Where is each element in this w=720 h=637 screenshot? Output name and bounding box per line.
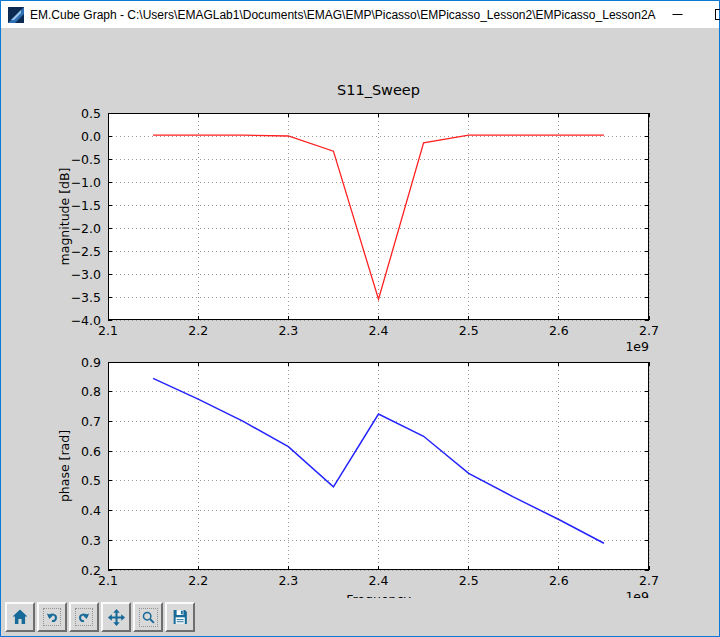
maximize-icon [715,9,720,20]
window-controls [656,1,720,28]
svg-text:2.5: 2.5 [459,573,479,588]
figure-canvas: 2.12.22.32.42.52.62.70.50.0−0.5−1.0−1.5−… [1,28,719,598]
svg-text:−1.0: −1.0 [71,175,101,190]
svg-text:2.1: 2.1 [98,323,118,338]
svg-text:2.4: 2.4 [369,573,389,588]
maximize-button[interactable] [699,1,720,28]
svg-text:0.7: 0.7 [81,414,101,429]
home-button[interactable] [5,602,35,632]
forward-arrow-icon [77,610,91,624]
svg-text:−2.5: −2.5 [71,244,101,259]
app-window: EM.Cube Graph - C:\Users\EMAGLab1\Docume… [0,0,720,637]
svg-text:0.3: 0.3 [81,533,101,548]
titlebar: EM.Cube Graph - C:\Users\EMAGLab1\Docume… [1,1,719,28]
svg-text:2.5: 2.5 [459,323,479,338]
phase-chart: 2.12.22.32.42.52.62.70.90.80.70.60.50.40… [58,352,670,622]
pan-move-icon [107,608,126,627]
svg-text:2.2: 2.2 [188,573,208,588]
home-icon [11,608,29,626]
pan-button[interactable] [101,602,131,632]
svg-text:2.4: 2.4 [369,323,389,338]
svg-text:−3.0: −3.0 [71,267,101,282]
svg-text:−1.5: −1.5 [71,198,101,213]
svg-text:0.9: 0.9 [81,355,101,370]
app-icon [8,7,24,23]
svg-text:2.6: 2.6 [549,323,569,338]
svg-text:−2.0: −2.0 [71,221,101,236]
svg-text:phase [rad]: phase [rad] [57,430,72,502]
svg-text:magnitude [dB]: magnitude [dB] [57,168,72,266]
zoom-button[interactable] [133,602,163,632]
svg-text:−4.0: −4.0 [71,313,101,328]
forward-button[interactable] [69,602,99,632]
svg-text:2.1: 2.1 [98,573,118,588]
svg-text:2.7: 2.7 [639,573,659,588]
back-arrow-icon [45,610,59,624]
svg-text:0.6: 0.6 [81,444,101,459]
minimize-icon [672,9,683,20]
svg-text:2.7: 2.7 [639,323,659,338]
svg-text:S11_Sweep: S11_Sweep [337,82,420,98]
svg-text:2.3: 2.3 [278,573,298,588]
svg-text:2.3: 2.3 [278,323,298,338]
svg-text:0.8: 0.8 [81,384,101,399]
svg-text:−3.5: −3.5 [71,290,101,305]
save-button[interactable] [165,602,195,632]
svg-text:0.0: 0.0 [81,129,101,144]
svg-text:2.2: 2.2 [188,323,208,338]
window-title: EM.Cube Graph - C:\Users\EMAGLab1\Docume… [30,8,656,22]
svg-text:−0.5: −0.5 [71,152,101,167]
svg-text:2.6: 2.6 [549,573,569,588]
magnitude-chart: 2.12.22.32.42.52.62.70.50.0−0.5−1.0−1.5−… [58,75,670,367]
save-floppy-icon [171,608,189,626]
back-button[interactable] [37,602,67,632]
minimize-button[interactable] [656,1,699,28]
svg-text:0.4: 0.4 [81,503,101,518]
svg-text:0.2: 0.2 [81,563,101,578]
svg-text:0.5: 0.5 [81,473,101,488]
zoom-magnifier-icon [141,610,156,625]
svg-text:0.5: 0.5 [81,106,101,121]
plot-toolbar [1,598,719,636]
